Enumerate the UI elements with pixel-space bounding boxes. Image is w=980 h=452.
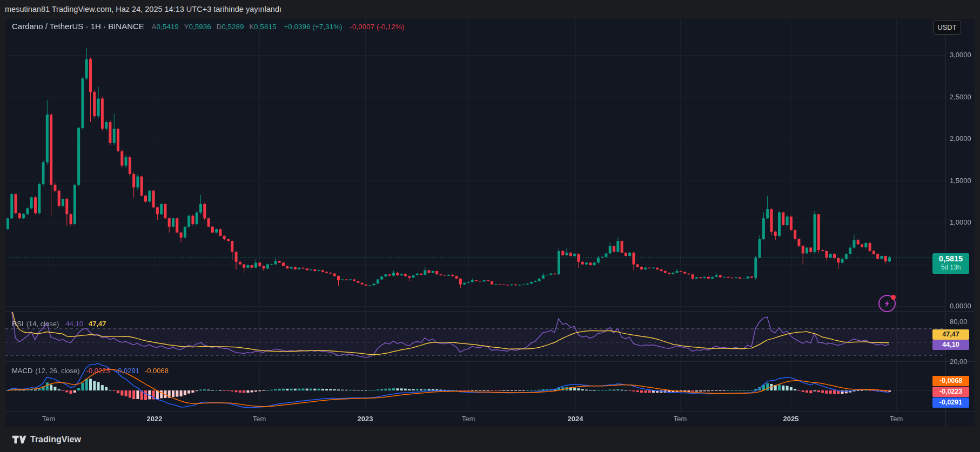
last-price-label: 0,5815 5d 13h — [932, 253, 969, 274]
attribution-text: mesutinan81 TradingView.com, Haz 24, 202… — [5, 5, 281, 14]
price-tick: 1,0000 — [950, 218, 971, 226]
ohlc-item: A0,5419 — [152, 22, 179, 31]
macd-signal-value: -0,0068 — [145, 367, 169, 375]
footer-brand[interactable]: TradingView — [30, 435, 81, 444]
time-tick: 2025 — [783, 415, 799, 423]
symbol-title[interactable]: Cardano / TetherUS · 1H · BINANCE — [12, 22, 144, 31]
price-scale[interactable]: 3,00002,50002,00001,50001,00000,0000 — [945, 19, 975, 411]
macd-hist-value: -0,0223 — [86, 367, 110, 375]
day-change: -0,0007 (-0,12%) — [350, 23, 405, 31]
rsi-params: (14, close) — [26, 320, 59, 328]
rsi-ma-value: 47,47 — [89, 320, 106, 328]
rsi-legend: RSI(14, close)44,1047,47 — [12, 320, 106, 328]
macd-axis-label: -0,0068 — [932, 376, 969, 386]
symbol-header: Cardano / TetherUS · 1H · BINANCEA0,5419… — [12, 22, 405, 31]
tradingview-logo[interactable] — [12, 435, 26, 444]
price-tick: 0,0000 — [950, 302, 971, 310]
lightning-icon — [883, 300, 891, 308]
price-tick: 2,0000 — [950, 134, 971, 143]
ohlc-item: D0,5289 — [217, 22, 244, 31]
time-tick: Tem — [462, 415, 475, 423]
time-tick: Tem — [674, 415, 687, 423]
macd-axis-label: -0,0291 — [932, 397, 969, 408]
attribution-bar: mesutinan81 TradingView.com, Haz 24, 202… — [0, 0, 980, 19]
notification-dot — [891, 295, 896, 300]
time-tick: Tem — [253, 415, 266, 423]
price-tick: 2,5000 — [950, 93, 971, 101]
macd-line-value: -0,0291 — [116, 367, 139, 375]
rsi-value: 44,10 — [65, 320, 83, 328]
macd-legend: MACD(12, 26, close)-0,0223-0,0291-0,0068 — [12, 367, 169, 375]
time-axis[interactable]: Tem2022Tem2023Tem2024Tem2025Tem — [5, 415, 945, 427]
time-tick: Tem — [42, 415, 56, 423]
ohlc-item: K0,5815 — [249, 22, 276, 31]
macd-params: (12, 26, close) — [35, 367, 79, 375]
rsi-scale-tick: 20,00 — [950, 357, 968, 366]
macd-title[interactable]: MACD — [12, 367, 32, 375]
time-tick: 2022 — [147, 415, 163, 423]
ohlc-values: A0,5419Y0,5936D0,5289K0,5815 — [152, 22, 282, 31]
ohlc-item: Y0,5936 — [184, 22, 211, 31]
price-tick: 1,5000 — [950, 177, 971, 185]
price-tick: 3,0000 — [950, 51, 971, 59]
bar-countdown: 5d 13h — [932, 264, 969, 272]
time-tick: 2024 — [568, 415, 583, 423]
footer-bar: TradingView — [0, 427, 980, 452]
time-tick: 2023 — [358, 415, 373, 423]
bar-change: +0,0396 (+7,31%) — [284, 23, 342, 31]
rsi-scale-tick: 80,00 — [950, 318, 968, 326]
chart-widget: Cardano / TetherUS · 1H · BINANCEA0,5419… — [5, 19, 975, 427]
quick-action-button[interactable] — [878, 295, 896, 312]
macd-axis-label: -0,0223 — [932, 387, 969, 397]
chart-canvas[interactable] — [5, 19, 975, 427]
time-tick: Tem — [890, 415, 903, 423]
rsi-ma-axis-label: 47,47 — [932, 329, 969, 340]
last-price-value: 0,5815 — [932, 254, 969, 264]
rsi-axis-label: 44,10 — [932, 340, 969, 350]
rsi-title[interactable]: RSI — [12, 320, 24, 328]
